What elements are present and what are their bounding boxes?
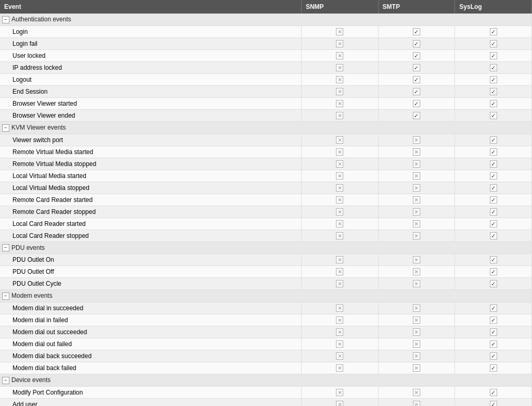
- table-row: IP address locked✕✓✓: [0, 61, 532, 73]
- table-row: Modify Port Configuration✕✕✓: [0, 387, 532, 399]
- checkbox-checked[interactable]: ✓: [413, 52, 420, 59]
- checkbox-x[interactable]: ✕: [413, 340, 420, 348]
- checkbox-x[interactable]: ✕: [336, 40, 343, 47]
- checkbox-x[interactable]: ✕: [413, 136, 420, 144]
- checkbox-checked[interactable]: ✓: [490, 100, 497, 107]
- table-row: User locked✕✓✓: [0, 49, 532, 61]
- collapse-icon[interactable]: −: [2, 16, 9, 23]
- checkbox-x[interactable]: ✕: [336, 208, 343, 215]
- checkbox-cell-smtp: ✕: [378, 146, 455, 158]
- event-label: PDU Outlet Off: [0, 266, 301, 278]
- checkbox-cell-syslog: ✓: [455, 170, 532, 182]
- checkbox-x[interactable]: ✕: [336, 304, 343, 312]
- collapse-icon[interactable]: −: [2, 293, 9, 300]
- checkbox-x[interactable]: ✕: [413, 148, 420, 156]
- checkbox-x[interactable]: ✕: [336, 76, 343, 83]
- checkbox-x[interactable]: ✕: [413, 268, 420, 275]
- checkbox-checked[interactable]: ✓: [490, 112, 497, 119]
- collapse-icon[interactable]: −: [2, 377, 9, 384]
- checkbox-x[interactable]: ✕: [413, 304, 420, 312]
- checkbox-x[interactable]: ✕: [336, 232, 343, 239]
- checkbox-x[interactable]: ✕: [336, 389, 343, 396]
- checkbox-x[interactable]: ✕: [336, 28, 343, 35]
- checkbox-checked[interactable]: ✓: [413, 88, 420, 95]
- checkbox-checked[interactable]: ✓: [490, 220, 497, 227]
- checkbox-x[interactable]: ✕: [336, 256, 343, 263]
- checkbox-checked[interactable]: ✓: [490, 52, 497, 59]
- table-row: Modem dial back failed✕✕✓: [0, 362, 532, 374]
- checkbox-checked[interactable]: ✓: [490, 88, 497, 95]
- checkbox-checked[interactable]: ✓: [490, 340, 497, 348]
- checkbox-checked[interactable]: ✓: [490, 268, 497, 275]
- checkbox-x[interactable]: ✕: [413, 220, 420, 227]
- checkbox-x[interactable]: ✕: [336, 352, 343, 360]
- checkbox-x[interactable]: ✕: [336, 148, 343, 156]
- checkbox-checked[interactable]: ✓: [490, 364, 497, 372]
- checkbox-x[interactable]: ✕: [413, 364, 420, 372]
- checkbox-x[interactable]: ✕: [413, 328, 420, 336]
- checkbox-checked[interactable]: ✓: [490, 40, 497, 47]
- checkbox-checked[interactable]: ✓: [413, 28, 420, 35]
- checkbox-checked[interactable]: ✓: [490, 208, 497, 215]
- checkbox-x[interactable]: ✕: [413, 352, 420, 360]
- checkbox-x[interactable]: ✕: [336, 280, 343, 287]
- checkbox-checked[interactable]: ✓: [490, 316, 497, 324]
- checkbox-x[interactable]: ✕: [336, 401, 343, 406]
- checkbox-x[interactable]: ✕: [413, 196, 420, 204]
- checkbox-x[interactable]: ✕: [413, 316, 420, 324]
- checkbox-checked[interactable]: ✓: [490, 148, 497, 156]
- checkbox-x[interactable]: ✕: [336, 112, 343, 119]
- checkbox-x[interactable]: ✕: [336, 184, 343, 192]
- collapse-icon[interactable]: −: [2, 244, 9, 251]
- checkbox-checked[interactable]: ✓: [490, 172, 497, 180]
- checkbox-checked[interactable]: ✓: [490, 352, 497, 360]
- category-label: Modem events: [11, 292, 53, 299]
- checkbox-x[interactable]: ✕: [336, 100, 343, 107]
- checkbox-checked[interactable]: ✓: [490, 328, 497, 336]
- checkbox-checked[interactable]: ✓: [413, 100, 420, 107]
- collapse-icon[interactable]: −: [2, 124, 9, 132]
- checkbox-checked[interactable]: ✓: [413, 64, 420, 71]
- checkbox-checked[interactable]: ✓: [490, 28, 497, 35]
- checkbox-checked[interactable]: ✓: [490, 256, 497, 263]
- event-label: Local Virtual Media stopped: [0, 182, 301, 194]
- checkbox-x[interactable]: ✕: [413, 256, 420, 263]
- checkbox-cell-smtp: ✕: [378, 326, 455, 338]
- checkbox-cell-syslog: ✓: [455, 134, 532, 146]
- checkbox-checked[interactable]: ✓: [490, 280, 497, 287]
- checkbox-x[interactable]: ✕: [336, 172, 343, 180]
- checkbox-x[interactable]: ✕: [413, 208, 420, 215]
- checkbox-x[interactable]: ✕: [413, 389, 420, 396]
- checkbox-x[interactable]: ✕: [336, 328, 343, 336]
- checkbox-x[interactable]: ✕: [336, 340, 343, 348]
- checkbox-checked[interactable]: ✓: [490, 196, 497, 204]
- checkbox-x[interactable]: ✕: [336, 64, 343, 71]
- checkbox-x[interactable]: ✕: [336, 316, 343, 324]
- checkbox-checked[interactable]: ✓: [490, 401, 497, 406]
- checkbox-checked[interactable]: ✓: [490, 136, 497, 144]
- checkbox-checked[interactable]: ✓: [490, 160, 497, 168]
- checkbox-x[interactable]: ✕: [336, 88, 343, 95]
- checkbox-checked[interactable]: ✓: [490, 64, 497, 71]
- checkbox-x[interactable]: ✕: [413, 280, 420, 287]
- checkbox-x[interactable]: ✕: [413, 232, 420, 239]
- checkbox-checked[interactable]: ✓: [413, 40, 420, 47]
- checkbox-checked[interactable]: ✓: [413, 112, 420, 119]
- checkbox-checked[interactable]: ✓: [490, 389, 497, 396]
- checkbox-x[interactable]: ✕: [336, 136, 343, 144]
- checkbox-checked[interactable]: ✓: [490, 76, 497, 83]
- checkbox-checked[interactable]: ✓: [413, 76, 420, 83]
- checkbox-x[interactable]: ✕: [336, 268, 343, 275]
- checkbox-x[interactable]: ✕: [413, 401, 420, 406]
- checkbox-x[interactable]: ✕: [336, 364, 343, 372]
- checkbox-x[interactable]: ✕: [336, 196, 343, 204]
- checkbox-checked[interactable]: ✓: [490, 304, 497, 312]
- checkbox-x[interactable]: ✕: [336, 220, 343, 227]
- checkbox-x[interactable]: ✕: [413, 172, 420, 180]
- checkbox-x[interactable]: ✕: [336, 52, 343, 59]
- checkbox-x[interactable]: ✕: [413, 184, 420, 192]
- checkbox-x[interactable]: ✕: [336, 160, 343, 168]
- checkbox-checked[interactable]: ✓: [490, 184, 497, 192]
- checkbox-x[interactable]: ✕: [413, 160, 420, 168]
- checkbox-checked[interactable]: ✓: [490, 232, 497, 239]
